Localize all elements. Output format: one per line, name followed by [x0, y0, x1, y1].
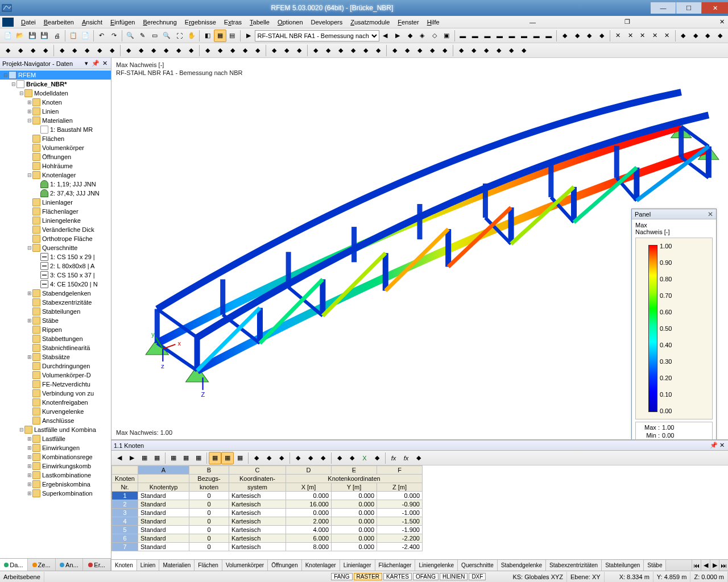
- t2-06-icon[interactable]: ◆: [68, 44, 81, 57]
- calc-icon[interactable]: ▶: [242, 30, 255, 42]
- t2-40-icon[interactable]: ◆: [518, 44, 530, 57]
- tree-node[interactable]: Stabbettungen: [0, 334, 111, 343]
- dt-xls-icon[interactable]: X: [358, 452, 371, 464]
- t2-30-icon[interactable]: ◆: [388, 44, 401, 57]
- dt-19-icon[interactable]: ◆: [371, 452, 383, 464]
- data-tab[interactable]: Flächen: [195, 560, 222, 571]
- data-tab[interactable]: Materialien: [159, 560, 195, 571]
- r17-icon[interactable]: ✕: [612, 30, 624, 42]
- tree-node[interactable]: Stabnichtlinearitä: [0, 343, 111, 352]
- data-tab[interactable]: Stabendgelenke: [498, 560, 546, 571]
- data-tab[interactable]: Stabexzentrizitäten: [546, 560, 602, 571]
- t2-21-icon[interactable]: ◆: [268, 44, 280, 57]
- tree-node[interactable]: Hohlräume: [0, 161, 111, 171]
- tree-node[interactable]: ⊟Knotenlager: [0, 171, 111, 180]
- print-icon[interactable]: 🖨: [51, 30, 63, 42]
- data-grid[interactable]: ABCDEFKnotenBezugs-Koordinaten-Knotenkoo…: [111, 465, 423, 551]
- r19-icon[interactable]: ✕: [636, 30, 649, 42]
- r15-icon[interactable]: ◆: [584, 30, 596, 42]
- tree-node[interactable]: Stabexzentrizitäte: [0, 298, 111, 307]
- tree-node[interactable]: Stabteilungen: [0, 307, 111, 316]
- menu-fenster[interactable]: Fenster: [394, 16, 423, 28]
- t2-32-icon[interactable]: ◆: [413, 44, 426, 57]
- dt-fx2-icon[interactable]: fx: [400, 452, 412, 464]
- zoom-fit-icon[interactable]: ⛶: [173, 30, 185, 42]
- maximize-button[interactable]: ☐: [676, 2, 701, 14]
- pan-icon[interactable]: ✋: [185, 30, 198, 42]
- tree-node[interactable]: ⊞Stabsätze: [0, 352, 111, 361]
- color-panel[interactable]: Panel✕ MaxNachweis [-] 1.000.900.800.700…: [631, 209, 717, 440]
- r25-icon[interactable]: ◆: [714, 30, 726, 42]
- navigator-menu-button[interactable]: ▾: [82, 60, 90, 68]
- tree-node[interactable]: Volumenkörper-D: [0, 371, 111, 380]
- r18-icon[interactable]: ✕: [624, 30, 636, 42]
- nav-tab-ergebnisse[interactable]: Er...: [83, 559, 111, 571]
- t2-31-icon[interactable]: ◆: [401, 44, 413, 57]
- t2-35-icon[interactable]: ◆: [455, 44, 468, 57]
- t2-37-icon[interactable]: ◆: [480, 44, 493, 57]
- t2-22-icon[interactable]: ◆: [280, 44, 293, 57]
- t2-15-icon[interactable]: ◆: [185, 44, 197, 57]
- t2-33-icon[interactable]: ◆: [426, 44, 439, 57]
- open-icon[interactable]: 📂: [14, 30, 27, 42]
- navigator-close-button[interactable]: ✕: [101, 60, 109, 68]
- menu-bearbeiten[interactable]: Bearbeiten: [40, 16, 78, 28]
- tree-node[interactable]: Volumenkörper: [0, 143, 111, 152]
- data-panel-close-button[interactable]: ✕: [718, 442, 726, 449]
- saveall-icon[interactable]: 💾: [39, 30, 51, 42]
- t2-09-icon[interactable]: ◆: [106, 44, 118, 57]
- loadcase-combo[interactable]: RF-STAHL NBR FA1 - Bemessung nach: [255, 30, 379, 41]
- data-tab[interactable]: Volumenkörper: [222, 560, 268, 571]
- menu-datei[interactable]: Datei: [17, 16, 40, 28]
- dt-02-icon[interactable]: ▶: [126, 452, 138, 464]
- r16-icon[interactable]: ◆: [595, 30, 608, 42]
- r12-icon[interactable]: ▬: [543, 30, 555, 42]
- tree-node[interactable]: Flächenlager: [0, 207, 111, 216]
- tree-node[interactable]: ⊞Kombinationsrege: [0, 452, 111, 462]
- tree-node[interactable]: ⊞Ergebniskombina: [0, 480, 111, 489]
- prev-icon[interactable]: ◀: [379, 30, 392, 42]
- tree-node[interactable]: ⊞Stabendgelenken: [0, 289, 111, 298]
- tab-nav-button[interactable]: ◀: [701, 560, 710, 571]
- tree-node[interactable]: ⊟Modelldaten: [0, 89, 111, 98]
- tree-node[interactable]: Orthotrope Fläche: [0, 234, 111, 243]
- tree-node[interactable]: Verbindung von zu: [0, 389, 111, 398]
- r21-icon[interactable]: ✕: [661, 30, 673, 42]
- data-tab[interactable]: Stabteilungen: [602, 560, 644, 571]
- t2-39-icon[interactable]: ◆: [505, 44, 518, 57]
- data-tab[interactable]: Querschnitte: [458, 560, 498, 571]
- tree-node[interactable]: ⊟Materialien: [0, 116, 111, 125]
- dt-08-icon[interactable]: ▦: [209, 452, 221, 464]
- undo-icon[interactable]: ↶: [96, 30, 108, 42]
- zoom-window-icon[interactable]: 🔍: [161, 30, 173, 42]
- dt-05-icon[interactable]: ▦: [167, 452, 180, 464]
- result4-icon[interactable]: ▣: [440, 30, 453, 42]
- dt-14-icon[interactable]: ◆: [292, 452, 304, 464]
- r11-icon[interactable]: ▬: [530, 30, 543, 42]
- dt-18-icon[interactable]: ◆: [346, 452, 358, 464]
- dt-fx-icon[interactable]: fx: [387, 452, 400, 464]
- tab-nav-button[interactable]: ▶: [710, 560, 719, 571]
- tree-node[interactable]: Anschlüsse: [0, 416, 111, 425]
- status-toggle[interactable]: FANG: [331, 573, 352, 580]
- r5-icon[interactable]: ▬: [457, 30, 469, 42]
- t2-01-icon[interactable]: ◆: [2, 44, 14, 57]
- t2-17-icon[interactable]: ◆: [214, 44, 226, 57]
- tab-nav-button[interactable]: ⏮: [692, 560, 701, 571]
- tree-node[interactable]: ⊞Lastkombinatione: [0, 471, 111, 480]
- view3-icon[interactable]: ▤: [226, 30, 239, 42]
- menu-ansicht[interactable]: Ansicht: [78, 16, 106, 28]
- r20-icon[interactable]: ✕: [648, 30, 661, 42]
- tree-node[interactable]: 2: 37,43; JJJ JNN: [0, 189, 111, 198]
- tree-node[interactable]: ⊞Lastfälle: [0, 434, 111, 443]
- select-icon[interactable]: ▭: [148, 30, 161, 42]
- t2-38-icon[interactable]: ◆: [493, 44, 505, 57]
- r7-icon[interactable]: ▬: [481, 30, 494, 42]
- save-icon[interactable]: 💾: [26, 30, 39, 42]
- menu-zusatzmodule[interactable]: Zusatzmodule: [346, 16, 394, 28]
- t2-26-icon[interactable]: ◆: [334, 44, 347, 57]
- tool-icon[interactable]: ✎: [136, 30, 149, 42]
- t2-11-icon[interactable]: ◆: [135, 44, 147, 57]
- close-button[interactable]: ✕: [702, 2, 728, 14]
- tree-node[interactable]: ⊞Linien: [0, 107, 111, 116]
